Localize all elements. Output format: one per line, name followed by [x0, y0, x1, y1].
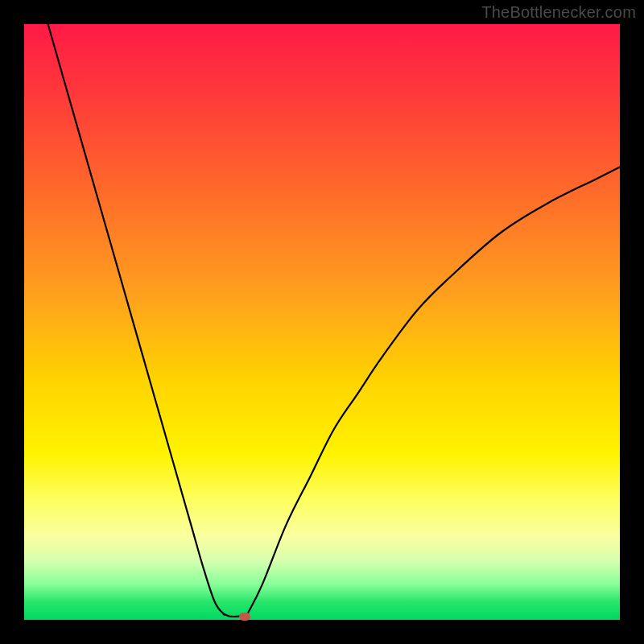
watermark-text: TheBottlenecker.com — [481, 3, 636, 22]
chart-frame: TheBottlenecker.com — [0, 0, 644, 644]
minimum-marker — [239, 613, 250, 621]
plot-area — [24, 24, 620, 620]
bottleneck-curve — [24, 24, 620, 620]
